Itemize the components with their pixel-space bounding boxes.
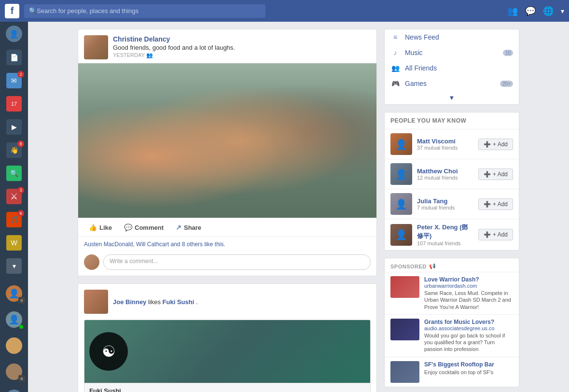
post2-page-link[interactable]: Fuki Sushi: [163, 298, 194, 306]
restaurant-name[interactable]: Fuki Sushi: [89, 387, 365, 392]
games-badge: 20+: [500, 81, 513, 87]
add-button-3[interactable]: ➕ + Add: [478, 229, 513, 240]
sponsored-name-0[interactable]: Love Warrior Dash?: [424, 276, 513, 283]
pymk-avatar-3-icon: 👤: [395, 229, 407, 240]
post-author-name-1[interactable]: Christine Delancy: [113, 35, 371, 43]
sidebar-profile[interactable]: 👤: [0, 22, 28, 46]
main-content: Christine Delancy Good friends, good foo…: [28, 22, 569, 392]
post-card-2: Joe Binney likes Fuki Sushi . ☯ Fuki Sus…: [78, 283, 377, 392]
share-button-1[interactable]: ↗ Share: [171, 221, 206, 234]
pages-icon: 📄: [10, 54, 18, 61]
more-icon: ▾: [13, 262, 16, 270]
sidebar-game2[interactable]: 🎵 6: [0, 208, 28, 231]
pymk-avatar-0: 👤: [390, 133, 412, 155]
calendar-icon: 17: [11, 101, 17, 107]
pymk-mutual-3: 107 mutual friends: [417, 240, 473, 246]
sponsored-text-0: Love Warrior Dash? urbanwarriordash.com …: [424, 276, 513, 310]
online-indicator-2: [19, 325, 23, 329]
sponsored-header: SPONSORED 📢: [385, 258, 519, 272]
sponsored-img-1[interactable]: [390, 319, 419, 340]
thumbs-up-icon: 👍: [89, 224, 97, 231]
add-button-0[interactable]: ➕ + Add: [478, 139, 513, 150]
nav-item-newsfeed[interactable]: ≡ News Feed: [385, 29, 519, 45]
newsfeed-label: News Feed: [405, 33, 513, 41]
add-icon-3: ➕: [484, 231, 491, 238]
sidebar-messages[interactable]: ✉ 2: [0, 69, 28, 92]
nav-item-music[interactable]: ♪ Music 10: [385, 45, 519, 60]
pymk-mutual-2: 7 mutual friends: [417, 205, 473, 210]
comment-button-1[interactable]: 💬 Comment: [119, 221, 168, 234]
pymk-name-0[interactable]: Matt Viscomi: [417, 138, 473, 145]
like-button-1[interactable]: 👍 Like: [84, 221, 117, 234]
nav-more-button[interactable]: ▼: [385, 91, 519, 104]
add-button-2[interactable]: ➕ + Add: [478, 198, 513, 210]
comment-input-1[interactable]: Write a comment...: [103, 254, 371, 270]
nav-icons: 👥 💬 🌐 ▾: [507, 6, 564, 16]
chat-friend-3[interactable]: [0, 334, 28, 358]
sponsored-info-icon: 📢: [429, 263, 436, 269]
sidebar-pages[interactable]: 📄: [0, 46, 28, 69]
pymk-title: PEOPLE YOU MAY KNOW: [385, 112, 519, 129]
sponsored-img-2[interactable]: [390, 361, 419, 383]
restaurant-logo-symbol: ☯: [102, 342, 116, 361]
globe-nav-icon[interactable]: 🌐: [543, 6, 554, 16]
facebook-logo[interactable]: f: [5, 4, 19, 18]
pymk-name-1[interactable]: Matthew Choi: [417, 168, 473, 175]
search-bar[interactable]: 🔍 Search for people, places and things: [24, 4, 265, 18]
sidebar-game3[interactable]: W: [0, 231, 28, 254]
sponsored-desc-1: Would you go/ go back to school if you q…: [424, 332, 513, 353]
add-icon-1: ➕: [484, 171, 491, 178]
post2-author-avatar[interactable]: [84, 290, 108, 314]
post2-author-link[interactable]: Joe Binney: [113, 298, 146, 306]
share-icon: ↗: [176, 224, 181, 231]
right-sidebar: ≡ News Feed ♪ Music 10 👥 All Friends 🎮 G…: [384, 29, 519, 392]
post2-header: Joe Binney likes Fuki Sushi .: [78, 284, 376, 320]
messages-nav-icon[interactable]: 💬: [525, 6, 536, 16]
sponsored-url-0[interactable]: urbanwarriordash.com: [424, 283, 513, 289]
sponsored-name-1[interactable]: Grants for Music Lovers?: [424, 319, 513, 325]
sponsored-text-1: Grants for Music Lovers? audio.associate…: [424, 319, 513, 353]
sidebar-more[interactable]: ▾: [0, 254, 28, 278]
pymk-name-3[interactable]: Peter X. Deng (鄧修平): [417, 223, 473, 240]
sponsored-name-2[interactable]: SF's Biggest Rooftop Bar: [424, 361, 513, 368]
sidebar-calendar[interactable]: 17: [0, 92, 28, 115]
game2-icon: 🎵: [10, 216, 18, 224]
add-button-1[interactable]: ➕ + Add: [478, 168, 513, 180]
post-comment-area-1: Write a comment...: [78, 252, 376, 276]
friends-nav-icon2: 👥: [390, 64, 400, 72]
sponsored-item-1: Grants for Music Lovers? audio.associate…: [385, 314, 519, 357]
chat-friend-5[interactable]: [0, 386, 28, 392]
sidebar-video[interactable]: ▶: [0, 115, 28, 139]
nav-item-allfriends[interactable]: 👥 All Friends: [385, 60, 519, 76]
sidebar-groups[interactable]: 👋 8: [0, 139, 28, 162]
post2-restaurant-image: ☯: [84, 320, 370, 383]
sponsored-title: SPONSORED: [390, 264, 427, 269]
sponsored-url-1[interactable]: audio.associatesdegree.us.co: [424, 325, 513, 331]
commenter-avatar-1: [84, 254, 99, 270]
nav-item-games[interactable]: 🎮 Games 20+: [385, 76, 519, 91]
pymk-info-3: Peter X. Deng (鄧修平) 107 mutual friends: [417, 223, 473, 246]
pymk-mutual-0: 37 mutual friends: [417, 145, 473, 151]
pymk-avatar-2-icon: 👤: [395, 198, 407, 210]
groups-icon: 👋: [10, 146, 18, 154]
post2-restaurant-logo: ☯: [89, 332, 128, 371]
chat-friend-4[interactable]: 0: [0, 360, 28, 384]
pymk-name-2[interactable]: Julia Tang: [417, 197, 473, 205]
post2-restaurant-info: Fuki Sushi Sushi Restaurant · 69,812 lik…: [84, 383, 370, 392]
music-badge: 10: [503, 50, 513, 56]
unread-badge: 0: [18, 297, 25, 304]
friends-nav-icon[interactable]: 👥: [507, 6, 518, 16]
newsfeed-nav-icon: ≡: [390, 33, 400, 41]
sidebar-game1[interactable]: ⚔ 3: [0, 185, 28, 208]
sponsored-img-0[interactable]: [390, 276, 419, 298]
pymk-section: PEOPLE YOU MAY KNOW 👤 Matt Viscomi 37 mu…: [384, 112, 519, 251]
sidebar-search[interactable]: 🔍: [0, 162, 28, 185]
post-author-avatar-1[interactable]: [84, 35, 108, 59]
sponsored-desc-2: Enjoy cocktails on top of SF's: [424, 369, 513, 376]
dropdown-nav-icon[interactable]: ▾: [561, 7, 564, 15]
chat-friend-1[interactable]: 👤 0: [0, 281, 28, 306]
post-status-1: Good friends, good food and a lot of lau…: [113, 44, 371, 51]
music-nav-icon: ♪: [390, 49, 400, 56]
chat-friend-2[interactable]: 👤: [0, 308, 28, 332]
game3-icon: W: [11, 239, 17, 247]
